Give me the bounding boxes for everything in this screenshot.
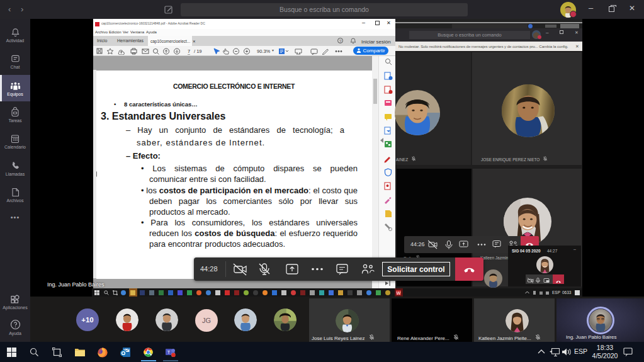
svg-text:T: T xyxy=(167,349,171,355)
